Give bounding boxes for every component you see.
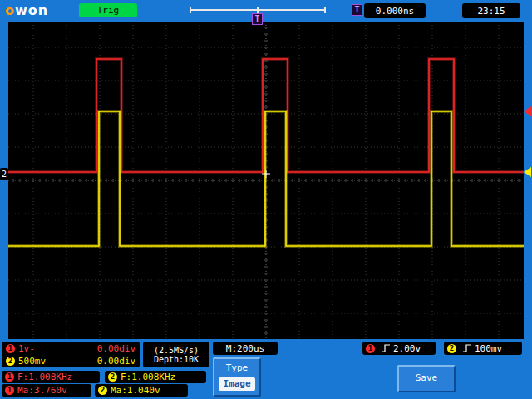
type-softkey-label: Type	[214, 362, 259, 373]
ch1-trigger-badge: 1	[366, 344, 375, 353]
save-button[interactable]: Save	[397, 365, 456, 392]
ch2-max-badge: 2	[98, 386, 107, 395]
ch2-trigger-readout: 2 100mv	[444, 342, 522, 355]
sample-rate: (2.5MS/s)	[154, 346, 199, 355]
trigger-position-t-marker: T	[252, 13, 263, 25]
waveform-display	[8, 22, 524, 339]
ch2-badge: 2	[6, 357, 15, 366]
rising-edge-icon	[462, 344, 472, 352]
trigger-status-badge: Trig	[79, 3, 137, 17]
ch2-frequency-value: F:1.008KHz	[121, 372, 175, 382]
ch1-info-row: 1 1v- 0.00div	[6, 342, 135, 355]
ch1-max-value: Ma:3.760v	[17, 385, 67, 396]
owon-logo-o: o	[5, 2, 15, 18]
ch2-info-row: 2 500mv- 0.00div	[6, 355, 135, 367]
ch1-trigger-readout: 1 2.00v	[362, 342, 436, 355]
ch1-badge: 1	[6, 344, 15, 353]
trigger-time-readout: 0.000ns	[364, 3, 426, 18]
ch2-measure-badge: 2	[108, 372, 117, 382]
owon-logo: owon	[5, 2, 48, 18]
ch2-max-value: Ma:1.040v	[111, 385, 160, 396]
rising-edge-icon	[381, 344, 391, 352]
channel2-position-marker: 2	[0, 168, 8, 180]
timebase-readout: M:200us	[213, 342, 278, 355]
top-status-bar: owon Trig T 0.000ns 23:15	[0, 0, 532, 22]
clock-readout: 23:15	[462, 3, 520, 18]
ch1-max-badge: 1	[5, 386, 14, 395]
ch1-trigger-level-marker	[524, 106, 531, 116]
bottom-status-bar: 1 1v- 0.00div 2 500mv- 0.00div (2.5MS/s)…	[0, 339, 532, 399]
ch1-scale: 1v-	[18, 343, 35, 354]
ch2-scale: 500mv-	[18, 356, 52, 367]
ch2-position: 0.00div	[97, 356, 135, 367]
ch1-max-measure: 1 Ma:3.760v	[2, 384, 91, 397]
ch2-trigger-level: 100mv	[475, 343, 502, 354]
oscilloscope-screen: owon Trig T 0.000ns 23:15 T 2 1 1v- 0.00…	[0, 0, 532, 399]
ch1-position: 0.00div	[97, 343, 135, 354]
ch2-max-measure: 2 Ma:1.040v	[95, 384, 188, 397]
ch2-trigger-badge: 2	[447, 344, 456, 353]
ch1-measure-badge: 1	[5, 372, 14, 382]
trigger-bar-left-cap	[190, 7, 191, 13]
ch1-frequency-measure: 1 F:1.008KHz	[2, 371, 100, 383]
type-softkey-value[interactable]: Image	[219, 377, 255, 391]
trigger-time-icon: T	[352, 4, 362, 16]
waveform-svg	[8, 22, 524, 339]
owon-logo-rest: won	[15, 2, 48, 18]
trigger-bar-right-cap	[324, 7, 326, 13]
memory-depth: Depth:10K	[154, 355, 199, 364]
ch2-trigger-level-marker	[524, 167, 531, 177]
acquire-info-box: (2.5MS/s) Depth:10K	[143, 342, 209, 367]
type-softkey-button[interactable]: Type Image	[213, 357, 261, 397]
ch1-frequency-value: F:1.008KHz	[17, 372, 72, 382]
ch1-trigger-level: 2.00v	[393, 343, 421, 354]
ch2-frequency-measure: 2 F:1.008KHz	[105, 371, 206, 383]
trigger-bar-center-tick	[257, 7, 259, 13]
channel-info-box: 1 1v- 0.00div 2 500mv- 0.00div	[2, 342, 140, 367]
